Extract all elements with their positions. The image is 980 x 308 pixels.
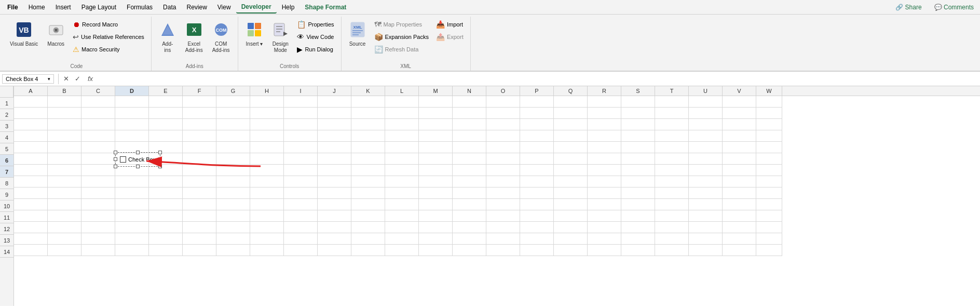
col-header-G[interactable]: G — [216, 86, 250, 96]
cell-7-13[interactable] — [453, 165, 486, 176]
cell-12-12[interactable] — [419, 222, 453, 233]
cell-5-2[interactable] — [81, 142, 115, 153]
cell-11-17[interactable] — [588, 210, 621, 222]
cell-10-14[interactable] — [486, 199, 520, 210]
cell-11-21[interactable] — [723, 210, 756, 222]
cell-11-6[interactable] — [216, 210, 250, 222]
cell-11-14[interactable] — [486, 210, 520, 222]
cell-14-14[interactable] — [486, 245, 520, 256]
cell-9-9[interactable] — [318, 188, 351, 199]
cell-4-2[interactable] — [81, 130, 115, 142]
menu-formulas[interactable]: Formulas — [121, 2, 158, 13]
cell-1-1[interactable] — [48, 96, 81, 108]
resize-handle-bl[interactable] — [114, 165, 117, 168]
cell-8-10[interactable] — [351, 176, 385, 188]
col-header-C[interactable]: C — [81, 86, 115, 96]
cell-7-19[interactable] — [655, 165, 689, 176]
cell-9-19[interactable] — [655, 188, 689, 199]
col-header-H[interactable]: H — [250, 86, 284, 96]
cell-5-13[interactable] — [453, 142, 486, 153]
cell-3-15[interactable] — [520, 119, 554, 130]
cell-10-17[interactable] — [588, 199, 621, 210]
refresh-data-button[interactable]: 🔄 Refresh Data — [372, 44, 431, 55]
cell-7-21[interactable] — [723, 165, 756, 176]
cell-12-11[interactable] — [385, 222, 419, 233]
cell-11-20[interactable] — [689, 210, 723, 222]
cell-8-5[interactable] — [183, 176, 216, 188]
cell-5-17[interactable] — [588, 142, 621, 153]
cell-13-5[interactable] — [183, 233, 216, 245]
export-button[interactable]: 📤 Export — [433, 31, 466, 43]
cell-5-21[interactable] — [723, 142, 756, 153]
cell-12-6[interactable] — [216, 222, 250, 233]
cell-14-15[interactable] — [520, 245, 554, 256]
add-ins-button[interactable]: Add-ins — [156, 19, 180, 56]
cell-2-10[interactable] — [351, 108, 385, 119]
cell-5-5[interactable] — [183, 142, 216, 153]
menu-review[interactable]: Review — [181, 2, 212, 13]
cell-3-3[interactable] — [115, 119, 149, 130]
cell-5-19[interactable] — [655, 142, 689, 153]
cell-4-9[interactable] — [318, 130, 351, 142]
cell-14-21[interactable] — [723, 245, 756, 256]
cell-2-5[interactable] — [183, 108, 216, 119]
cell-12-2[interactable] — [81, 222, 115, 233]
row-3[interactable]: 3 — [0, 120, 13, 132]
cell-13-3[interactable] — [115, 233, 149, 245]
cell-12-17[interactable] — [588, 222, 621, 233]
cell-2-14[interactable] — [486, 108, 520, 119]
visual-basic-button[interactable]: VB Visual Basic — [6, 19, 42, 50]
cell-10-15[interactable] — [520, 199, 554, 210]
row-9[interactable]: 9 — [0, 189, 13, 200]
cell-6-13[interactable] — [453, 153, 486, 165]
cell-10-10[interactable] — [351, 199, 385, 210]
cell-9-6[interactable] — [216, 188, 250, 199]
cell-12-20[interactable] — [689, 222, 723, 233]
col-header-U[interactable]: U — [689, 86, 723, 96]
cell-8-22[interactable] — [756, 176, 782, 188]
cell-4-12[interactable] — [419, 130, 453, 142]
cell-3-4[interactable] — [149, 119, 183, 130]
cell-10-21[interactable] — [723, 199, 756, 210]
cell-9-13[interactable] — [453, 188, 486, 199]
cell-3-12[interactable] — [419, 119, 453, 130]
cell-14-16[interactable] — [554, 245, 588, 256]
resize-handle-mr[interactable] — [158, 157, 162, 161]
cell-13-15[interactable] — [520, 233, 554, 245]
menu-shape-format[interactable]: Shape Format — [300, 2, 351, 13]
cell-3-14[interactable] — [486, 119, 520, 130]
cell-4-7[interactable] — [250, 130, 284, 142]
cell-8-1[interactable] — [48, 176, 81, 188]
cell-10-16[interactable] — [554, 199, 588, 210]
cell-10-1[interactable] — [48, 199, 81, 210]
cell-2-8[interactable] — [284, 108, 318, 119]
col-header-K[interactable]: K — [351, 86, 385, 96]
cell-1-5[interactable] — [183, 96, 216, 108]
col-header-O[interactable]: O — [486, 86, 520, 96]
cell-7-20[interactable] — [689, 165, 723, 176]
cell-1-4[interactable] — [149, 96, 183, 108]
cell-7-9[interactable] — [318, 165, 351, 176]
cell-3-13[interactable] — [453, 119, 486, 130]
cell-13-7[interactable] — [250, 233, 284, 245]
cell-5-3[interactable] — [115, 142, 149, 153]
cell-1-7[interactable] — [250, 96, 284, 108]
cell-11-15[interactable] — [520, 210, 554, 222]
cell-13-10[interactable] — [351, 233, 385, 245]
cell-11-9[interactable] — [318, 210, 351, 222]
com-add-ins-button[interactable]: COM COMAdd-ins — [209, 19, 234, 56]
cell-11-0[interactable] — [14, 210, 48, 222]
cell-12-13[interactable] — [453, 222, 486, 233]
cell-6-1[interactable] — [48, 153, 81, 165]
cell-1-2[interactable] — [81, 96, 115, 108]
cell-6-20[interactable] — [689, 153, 723, 165]
cell-11-18[interactable] — [621, 210, 655, 222]
cell-2-20[interactable] — [689, 108, 723, 119]
cell-14-19[interactable] — [655, 245, 689, 256]
cell-1-15[interactable] — [520, 96, 554, 108]
cell-1-19[interactable] — [655, 96, 689, 108]
cell-10-13[interactable] — [453, 199, 486, 210]
formula-input[interactable] — [96, 74, 978, 84]
cell-13-22[interactable] — [756, 233, 782, 245]
cell-8-13[interactable] — [453, 176, 486, 188]
